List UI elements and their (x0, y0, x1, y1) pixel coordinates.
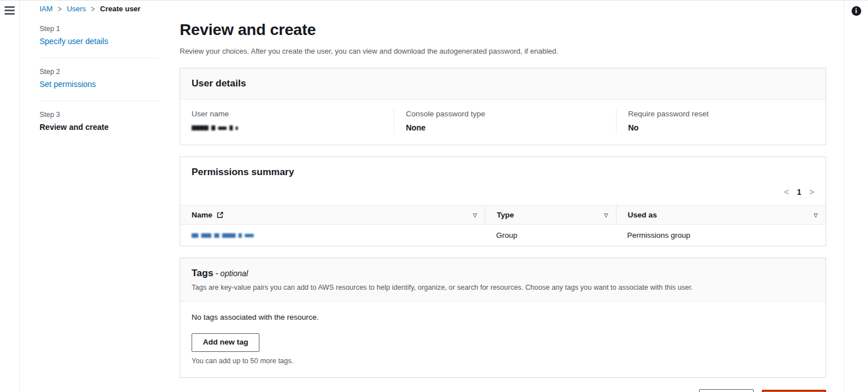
wizard-steps-nav: Step 1 Specify user details Step 2 Set p… (20, 19, 180, 392)
permissions-summary-title: Permissions summary (192, 167, 294, 177)
step-current-review-and-create: Review and create (40, 123, 160, 132)
add-new-tag-button[interactable]: Add new tag (192, 333, 259, 352)
permissions-summary-card: Permissions summary < 1 > Name (180, 156, 826, 246)
field-value-redacted (192, 123, 383, 132)
column-label: Name (192, 211, 212, 219)
wizard-step-3: Step 3 Review and create (40, 111, 160, 132)
user-details-title: User details (192, 78, 246, 89)
previous-page-icon[interactable]: < (784, 187, 789, 197)
menu-bar (5, 13, 15, 15)
breadcrumb-iam[interactable]: IAM (40, 5, 53, 13)
menu-bar (5, 10, 15, 11)
cell-group-name[interactable] (180, 225, 485, 246)
current-page-number[interactable]: 1 (797, 188, 801, 197)
main-area: IAM > Users > Create user Step 1 Specify… (20, 1, 844, 392)
table-row: Group Permissions group (180, 225, 826, 246)
user-details-header: User details (180, 68, 826, 99)
menu-bar (5, 6, 15, 8)
menu-icon[interactable] (5, 6, 15, 15)
column-label: Used as (628, 211, 657, 219)
step-divider (40, 101, 160, 101)
field-console-password-type: Console password type None (394, 108, 616, 133)
column-header-name[interactable]: Name ▽ (180, 206, 485, 224)
tags-description: Tags are key-value pairs you can add to … (192, 284, 814, 291)
external-link-icon[interactable] (216, 211, 224, 219)
previous-button[interactable]: Previous (699, 389, 754, 392)
step-number: Step 3 (40, 111, 160, 119)
step-link-set-permissions[interactable]: Set permissions (40, 80, 160, 89)
tags-empty-message: No tags associated with the resource. (192, 313, 814, 321)
sort-filter-icon[interactable]: ▽ (814, 212, 818, 218)
permissions-table: Name ▽ Type ▽ (180, 205, 826, 246)
info-icon[interactable]: i (852, 6, 861, 16)
wizard-step-2: Step 2 Set permissions (40, 68, 160, 89)
chevron-right-icon: > (91, 4, 95, 14)
field-user-name: User name (180, 108, 394, 133)
sort-filter-icon[interactable]: ▽ (604, 212, 608, 218)
wizard-step-1: Step 1 Specify user details (40, 25, 160, 46)
field-label: Require password reset (628, 110, 814, 118)
table-header-row: Name ▽ Type ▽ (180, 205, 826, 225)
tags-card: Tags - optional Tags are key-value pairs… (180, 258, 826, 378)
aws-console-window: IAM > Users > Create user Step 1 Specify… (0, 0, 868, 392)
permissions-summary-header: Permissions summary (180, 157, 826, 184)
sort-filter-icon[interactable]: ▽ (473, 212, 477, 218)
redacted-group-name-link (192, 233, 254, 238)
pagination: < 1 > (180, 184, 826, 205)
column-header-used-as[interactable]: Used as ▽ (616, 206, 826, 224)
step-link-specify-user-details[interactable]: Specify user details (40, 37, 160, 46)
cell-used-as: Permissions group (616, 225, 826, 246)
page-subtitle: Review your choices. After you create th… (180, 47, 826, 55)
chevron-right-icon: > (58, 4, 62, 14)
wizard-footer-actions: Cancel Previous Create user (180, 389, 826, 392)
user-details-card: User details User name Conso (180, 68, 826, 145)
page-content: Review and create Review your choices. A… (180, 19, 844, 392)
next-page-icon[interactable]: > (809, 187, 814, 197)
field-require-password-reset: Require password reset No (616, 108, 826, 133)
page-title: Review and create (180, 21, 826, 39)
column-label: Type (497, 211, 514, 219)
column-header-type[interactable]: Type ▽ (485, 206, 616, 224)
breadcrumb-current: Create user (100, 5, 141, 13)
step-number: Step 2 (40, 68, 160, 76)
breadcrumb-users[interactable]: Users (67, 5, 86, 13)
cell-type: Group (485, 225, 616, 246)
field-label: Console password type (406, 110, 605, 118)
tags-header: Tags - optional Tags are key-value pairs… (180, 258, 826, 302)
step-divider (40, 58, 160, 58)
tags-limit-note: You can add up to 50 more tags. (192, 357, 814, 365)
tags-optional-label: - optional (213, 269, 248, 278)
breadcrumb: IAM > Users > Create user (20, 1, 844, 19)
redacted-user-name (192, 125, 238, 131)
field-value: No (628, 123, 814, 132)
tags-title: Tags (192, 268, 213, 278)
create-user-button[interactable]: Create user (762, 390, 826, 392)
body-row: Step 1 Specify user details Step 2 Set p… (20, 19, 844, 392)
step-number: Step 1 (40, 25, 160, 33)
help-panel-rail: i (844, 1, 868, 392)
left-nav-rail (0, 1, 20, 392)
tags-body: No tags associated with the resource. Ad… (180, 302, 826, 377)
field-value: None (406, 123, 605, 132)
field-label: User name (192, 110, 383, 118)
user-details-fields: User name Console password type None (180, 99, 826, 145)
